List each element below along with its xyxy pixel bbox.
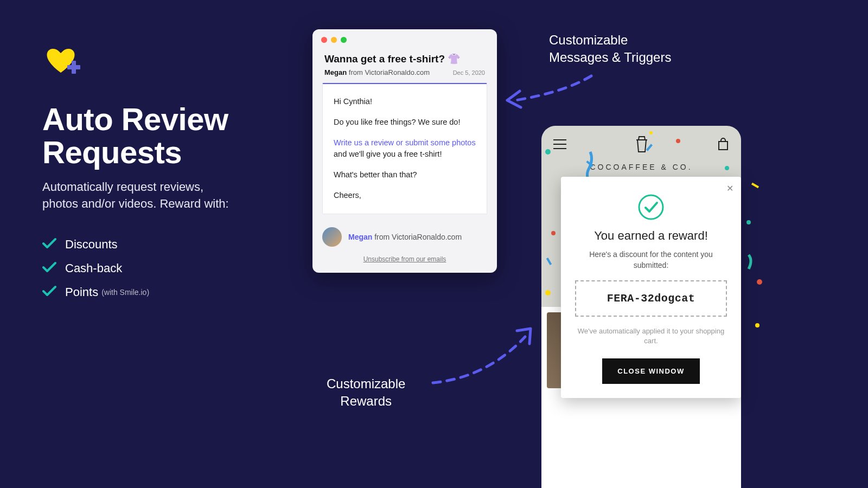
- discount-code[interactable]: FERA-32dogcat: [575, 280, 727, 317]
- email-subject: Wanna get a free t-shirt? 👚: [324, 53, 485, 65]
- signature-text: Megan from VictoriaRonaldo.com: [348, 233, 462, 241]
- hamburger-icon[interactable]: [553, 139, 566, 151]
- email-from: Megan from VictoriaRonaldo.com: [324, 68, 430, 76]
- coffee-cup-icon: [634, 136, 649, 155]
- arrow-bottom-icon: [427, 323, 547, 388]
- success-check-icon: [575, 193, 727, 223]
- close-dot-icon[interactable]: [321, 37, 327, 43]
- unsubscribe-link[interactable]: Unsubscribe from our emails: [312, 251, 497, 273]
- title-line-1: Auto Review: [42, 101, 228, 137]
- check-icon: [42, 285, 56, 299]
- feature-list: Discounts Cash-back Points (with Smile.i…: [42, 237, 149, 309]
- close-window-button[interactable]: CLOSE WINDOW: [602, 358, 699, 384]
- heart-plus-logo: [43, 46, 81, 80]
- email-header: Wanna get a free t-shirt? 👚 Megan from V…: [312, 48, 497, 83]
- email-review-link[interactable]: Write us a review or submit some photos: [334, 138, 476, 147]
- phone-brand: COCOAFFEE & CO.: [541, 163, 741, 171]
- avatar: [322, 227, 342, 247]
- email-cta-line: Write us a review or submit some photos …: [334, 137, 476, 161]
- callout-rewards: CustomizableRewards: [327, 375, 405, 410]
- modal-subtitle: Here's a discount for the content you su…: [575, 249, 727, 271]
- feature-label: Discounts: [65, 237, 118, 252]
- modal-note: We've automatically applied it to your s…: [575, 326, 727, 346]
- svg-point-8: [757, 279, 762, 285]
- modal-title: You earned a reward!: [575, 229, 727, 243]
- window-traffic-lights: [312, 29, 497, 48]
- title-line-2: Requests: [42, 134, 182, 170]
- email-greeting: Hi Cynthia!: [334, 96, 476, 108]
- svg-point-9: [755, 323, 760, 328]
- callout-messages-triggers: CustomizableMessages & Triggers: [549, 31, 671, 67]
- minimize-dot-icon[interactable]: [331, 37, 337, 43]
- feature-note: (with Smile.io): [101, 288, 149, 297]
- close-icon[interactable]: ✕: [726, 183, 733, 194]
- feature-discounts: Discounts: [42, 237, 149, 252]
- shopping-bag-icon[interactable]: [717, 138, 729, 153]
- email-signature: Megan from VictoriaRonaldo.com: [312, 224, 497, 251]
- svg-rect-1: [67, 65, 80, 69]
- check-icon: [42, 261, 56, 275]
- svg-rect-13: [751, 183, 759, 188]
- arrow-top-icon: [505, 70, 597, 125]
- email-signoff: Cheers,: [334, 190, 476, 202]
- svg-point-15: [639, 195, 663, 219]
- page-subtitle: Automatically request reviews, photos an…: [42, 179, 232, 213]
- email-body: Hi Cynthia! Do you like free things? We …: [322, 83, 487, 214]
- feature-label: Points: [65, 285, 98, 299]
- feature-cashback: Cash-back: [42, 261, 149, 275]
- email-outro: What's better than that?: [334, 169, 476, 181]
- svg-point-7: [746, 220, 751, 224]
- feature-label: Cash-back: [65, 261, 122, 275]
- email-date: Dec 5, 2020: [453, 69, 485, 76]
- check-icon: [42, 237, 56, 252]
- feature-points: Points (with Smile.io): [42, 285, 149, 299]
- page-title: Auto Review Requests: [42, 103, 228, 169]
- reward-modal: ✕ You earned a reward! Here's a discount…: [561, 177, 741, 398]
- maximize-dot-icon[interactable]: [341, 37, 347, 43]
- email-window: Wanna get a free t-shirt? 👚 Megan from V…: [312, 29, 497, 273]
- email-intro: Do you like free things? We sure do!: [334, 117, 476, 129]
